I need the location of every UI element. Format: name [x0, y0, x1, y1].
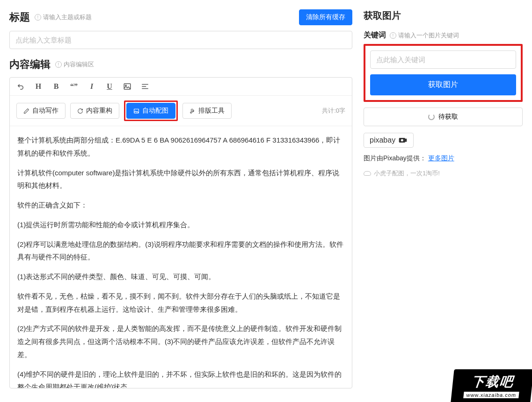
auto-write-button[interactable]: 自动写作	[16, 103, 66, 119]
paragraph: 软件看不见，无色，枯燥，看不见，摸不到，闻不到。软件大部分存在于人们的头脑或纸上…	[17, 290, 344, 316]
clear-cache-button[interactable]: 清除所有缓存	[299, 9, 352, 25]
pending-button[interactable]: 待获取	[364, 108, 523, 126]
title-header: 标题 ! 请输入主题或标题 清除所有缓存	[9, 9, 352, 25]
get-image-button[interactable]: 获取图片	[370, 74, 516, 95]
refresh-icon	[77, 108, 83, 114]
sidebar: 获取图片 关键词 ! 请输入一个图片关键词 获取图片 待获取 pixabay	[364, 9, 523, 388]
editor-box: H B “” I U 自动写作	[9, 77, 352, 388]
auto-image-button[interactable]: 自动配图	[126, 103, 175, 119]
layout-tool-label: 排版工具	[198, 107, 225, 115]
cloud-icon	[364, 171, 371, 176]
editor-hint-wrap: ! 内容编辑区	[55, 60, 94, 69]
paragraph: 软件的正确含义如下：	[17, 199, 344, 212]
auto-image-highlight: 自动配图	[124, 100, 178, 121]
watermark-url: www.xiazaiba.com	[463, 392, 519, 398]
credit-prefix: 图片由Pixabay提供：	[364, 154, 426, 162]
keyword-label: 关键词 ! 请输入一个图片关键词	[364, 30, 459, 40]
tip-text: 小虎子配图，一次1淘币!	[374, 169, 440, 178]
align-icon[interactable]	[141, 82, 149, 91]
clear-cache-label: 清除所有缓存	[306, 13, 345, 22]
editor-label: 内容编辑	[9, 57, 51, 72]
spinner-icon	[428, 114, 435, 120]
pixabay-text: pixabay	[370, 136, 395, 144]
auto-image-label: 自动配图	[142, 107, 168, 115]
title-hint-wrap: ! 请输入主题或标题	[35, 13, 92, 22]
svg-rect-8	[405, 139, 407, 142]
picture-icon	[133, 108, 139, 114]
title-section-label: 标题 ! 请输入主题或标题	[9, 10, 92, 24]
editor-content[interactable]: 整个计算机系统由两部分组成：E.69DA 5 E 6 BA 9062616964…	[10, 126, 352, 388]
italic-icon[interactable]: I	[87, 82, 96, 91]
paragraph: (2)程序可以满意地处理信息的数据结构。(3)说明程序功能要求和程序需要的文档的…	[17, 238, 344, 264]
auto-write-label: 自动写作	[32, 107, 58, 115]
keyword-hint-wrap: ! 请输入一个图片关键词	[390, 31, 459, 40]
word-count: 共计:0字	[322, 107, 345, 115]
svg-point-7	[401, 139, 403, 142]
get-image-title: 获取图片	[364, 9, 523, 22]
action-toolbar: 自动写作 内容重构 自动配图 排版工具	[10, 96, 352, 126]
editor-header: 内容编辑 ! 内容编辑区	[9, 57, 352, 72]
underline-icon[interactable]: U	[105, 82, 114, 91]
content-rebuild-button[interactable]: 内容重构	[70, 103, 119, 119]
undo-icon[interactable]	[16, 82, 25, 91]
title-hint: 请输入主题或标题	[43, 13, 92, 22]
paragraph: 计算机软件(computer software)是指计算机系统中除硬件以外的所有…	[17, 166, 344, 193]
tip-line: 小虎子配图，一次1淘币!	[364, 169, 523, 178]
watermark-text: 下载吧	[471, 373, 515, 391]
svg-point-1	[125, 85, 126, 86]
image-icon[interactable]	[123, 82, 131, 91]
info-icon: !	[35, 14, 41, 21]
bold-icon[interactable]: B	[52, 82, 60, 91]
main-column: 标题 ! 请输入主题或标题 清除所有缓存 内容编辑 ! 内容编辑区	[9, 9, 352, 388]
keyword-input[interactable]	[370, 50, 516, 69]
watermark: 下载吧 www.xiazaiba.com	[451, 369, 532, 402]
camera-icon	[398, 137, 408, 144]
editor-hint: 内容编辑区	[64, 60, 94, 69]
info-icon: !	[55, 61, 62, 68]
keyword-hint: 请输入一个图片关键词	[398, 32, 459, 39]
layout-tool-button[interactable]: 排版工具	[182, 103, 232, 119]
paragraph: (2)生产方式不同的软件是开发，是人类智能的高发挥，而不是传统意义上的硬件制造。…	[17, 322, 344, 361]
paragraph: 整个计算机系统由两部分组成：E.69DA 5 E 6 BA 9062616964…	[17, 134, 344, 160]
paragraph: (1)表达形式不同的硬件类型、颜色、味道、可见、可摸、可闻。	[17, 270, 344, 283]
wrench-icon	[189, 108, 196, 114]
paragraph: (4)维护不同的硬件是旧的，理论上软件是旧的，并不坏，但实际上软件也是旧的和坏的…	[17, 368, 344, 388]
format-toolbar: H B “” I U	[10, 78, 352, 96]
paragraph: (1)提供运行时所需功能和性能的命令或计算机程序集合。	[17, 218, 344, 231]
title-label: 标题	[9, 10, 30, 24]
editor-section-label: 内容编辑 ! 内容编辑区	[9, 57, 94, 72]
info-icon: !	[390, 32, 396, 39]
pixabay-badge: pixabay	[364, 133, 414, 148]
article-title-input[interactable]	[9, 31, 352, 49]
quote-icon[interactable]: “”	[70, 82, 78, 91]
pencil-icon	[23, 108, 29, 114]
content-rebuild-label: 内容重构	[86, 107, 112, 115]
keyword-row: 关键词 ! 请输入一个图片关键词	[364, 30, 523, 40]
keyword-panel-highlight: 获取图片	[364, 44, 523, 102]
more-images-link[interactable]: 更多图片	[428, 154, 454, 162]
pending-label: 待获取	[438, 113, 458, 121]
heading-icon[interactable]: H	[34, 82, 43, 91]
credit-line: 图片由Pixabay提供： 更多图片	[364, 154, 523, 163]
